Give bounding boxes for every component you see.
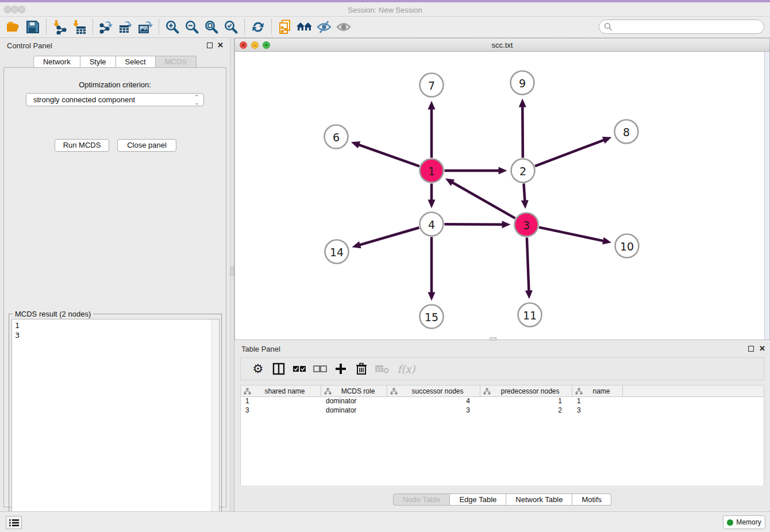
graph-edge-3-11[interactable]: [525, 237, 533, 299]
zoom-fit-button[interactable]: [202, 18, 221, 36]
table-cell: 1: [480, 397, 572, 406]
network-view-window: ✕ − + scc.txt 7968124314101511: [234, 38, 770, 340]
graph-node-10[interactable]: 10: [615, 234, 639, 258]
export-table-button[interactable]: [116, 18, 136, 36]
graph-node-14[interactable]: 14: [325, 240, 349, 264]
task-history-button[interactable]: [6, 516, 22, 529]
column-type-icon: [575, 388, 583, 395]
export-network-button[interactable]: [97, 18, 116, 36]
graph-node-4[interactable]: 4: [420, 213, 444, 236]
table-panel-title: Table Panel: [241, 345, 280, 353]
graph-edge-2-9[interactable]: [519, 98, 526, 157]
result-scrollbar[interactable]: [211, 319, 219, 527]
graph-node-8[interactable]: 8: [615, 120, 638, 144]
delete-column-button[interactable]: [351, 360, 372, 378]
graph-edge-4-3[interactable]: [444, 221, 510, 228]
svg-text:8: 8: [623, 126, 630, 138]
zoom-in-button[interactable]: [163, 18, 182, 36]
mcds-result-list[interactable]: 1 3: [11, 319, 220, 528]
graph-edge-1-7[interactable]: [428, 101, 436, 158]
table-tab-node-table[interactable]: Node Table: [393, 494, 451, 506]
table-cell: 3: [572, 406, 623, 415]
graph-node-1[interactable]: 1: [420, 159, 444, 183]
graph-node-15[interactable]: 15: [420, 305, 444, 329]
add-column-button[interactable]: [330, 360, 351, 378]
graph-node-7[interactable]: 7: [420, 74, 444, 97]
zoom-selected-button[interactable]: [221, 18, 241, 36]
function-builder-button-disabled: f(x): [392, 360, 420, 378]
horizontal-splitter-handle[interactable]: [490, 337, 496, 341]
graph-edge-1-2[interactable]: [445, 167, 507, 175]
import-network-button[interactable]: [50, 18, 70, 36]
svg-text:2: 2: [519, 165, 526, 178]
network-scrollbar[interactable]: [764, 52, 769, 340]
export-image-button[interactable]: [136, 18, 155, 36]
graph-edge-4-15[interactable]: [428, 237, 436, 301]
table-tab-network-table[interactable]: Network Table: [506, 494, 572, 506]
save-session-button[interactable]: [23, 18, 43, 36]
memory-button[interactable]: Memory: [723, 515, 765, 529]
table-tab-edge-table[interactable]: Edge Table: [450, 494, 506, 506]
control-panel-close-button[interactable]: ✕: [217, 41, 224, 49]
graph-edge-2-3[interactable]: [521, 183, 529, 209]
toolbar-separator: [244, 20, 245, 34]
network-window-titlebar[interactable]: ✕ − + scc.txt: [235, 38, 769, 52]
zoom-out-button[interactable]: [182, 18, 202, 36]
panel-splitter[interactable]: [230, 38, 234, 511]
graph-edge-3-1[interactable]: [445, 179, 515, 218]
column-header-MCDS-role[interactable]: MCDS role: [321, 385, 387, 396]
table-panel-float-button[interactable]: [748, 346, 754, 352]
graph-node-9[interactable]: 9: [511, 71, 534, 95]
svg-text:6: 6: [333, 131, 340, 144]
node-table: shared nameMCDS rolesuccessor nodesprede…: [240, 385, 764, 485]
criterion-dropdown[interactable]: strongly connected component ⌃⌄: [26, 93, 204, 106]
run-mcds-button[interactable]: Run MCDS: [55, 139, 109, 152]
control-tab-network[interactable]: Network: [33, 56, 80, 68]
zoom-fit-icon: [204, 20, 219, 34]
column-header-name[interactable]: name: [572, 385, 623, 396]
graph-edge-3-10[interactable]: [539, 228, 611, 245]
graph-node-2[interactable]: 2: [511, 159, 535, 183]
deselect-all-columns-button[interactable]: [310, 360, 330, 378]
memory-status-icon: [727, 519, 733, 526]
show-columns-button[interactable]: [268, 360, 289, 378]
list-icon: [9, 519, 19, 527]
column-header-shared-name[interactable]: shared name: [241, 385, 321, 396]
close-panel-button[interactable]: Close panel: [117, 139, 176, 152]
control-tab-select[interactable]: Select: [116, 56, 156, 68]
zoom-selected-icon: [224, 20, 238, 34]
hide-selected-button[interactable]: [314, 18, 334, 36]
column-header-predecessor-nodes[interactable]: predecessor nodes: [480, 385, 572, 396]
graph-edge-1-6[interactable]: [351, 141, 419, 166]
import-table-button[interactable]: [70, 18, 89, 36]
control-tab-style[interactable]: Style: [80, 56, 116, 68]
table-tab-motifs[interactable]: Motifs: [572, 494, 611, 506]
control-panel-header: Control Panel ✕: [0, 38, 230, 53]
search-input[interactable]: [613, 21, 764, 33]
table-row[interactable]: 3dominator323: [241, 406, 764, 415]
table-settings-button[interactable]: ⚙: [248, 360, 268, 378]
show-all-networks-button[interactable]: [295, 18, 314, 36]
control-panel-float-button[interactable]: [207, 43, 213, 48]
svg-text:1: 1: [428, 165, 435, 178]
graph-edge-1-4[interactable]: [428, 184, 436, 209]
open-session-button[interactable]: [3, 18, 23, 36]
control-tab-mcds[interactable]: MCDS: [156, 56, 197, 68]
table-panel-close-button[interactable]: ✕: [759, 344, 765, 353]
network-canvas[interactable]: 7968124314101511: [235, 52, 769, 340]
apply-layout-button[interactable]: [248, 18, 268, 36]
column-header-successor-nodes[interactable]: successor nodes: [387, 385, 480, 396]
graph-node-3[interactable]: 3: [515, 213, 538, 237]
splitter-handle[interactable]: [230, 267, 234, 276]
graph-node-11[interactable]: 11: [518, 303, 542, 327]
select-all-columns-button[interactable]: [289, 360, 310, 378]
graph-node-6[interactable]: 6: [325, 125, 348, 149]
search-input-wrap[interactable]: [599, 20, 764, 34]
table-row[interactable]: 1dominator411: [241, 397, 764, 406]
clone-network-button[interactable]: [275, 18, 295, 36]
mcds-tab-content: Optimization criterion: strongly connect…: [3, 67, 226, 507]
network-window-title: scc.txt: [235, 41, 769, 49]
graph-edge-4-14[interactable]: [352, 228, 419, 248]
table-toolbar: ⚙: [240, 357, 764, 380]
graph-edge-2-8[interactable]: [535, 137, 611, 166]
